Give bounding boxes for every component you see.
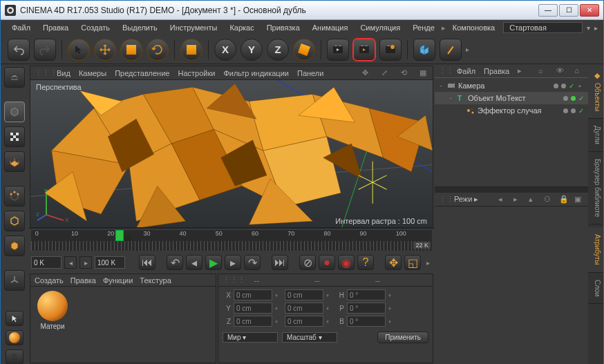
move-tool-button[interactable]	[94, 39, 116, 61]
range-prev-button[interactable]: ◂	[64, 256, 77, 269]
render-view-button[interactable]	[327, 39, 349, 61]
timeline-ruler[interactable]: 0 10 20 30 40 50 60 70 80 90 100 22	[31, 230, 432, 241]
workplane-mode-button[interactable]	[4, 151, 25, 172]
size-x-input[interactable]: 0 cm	[285, 289, 323, 300]
autokey-button[interactable]: ◉	[338, 255, 355, 270]
view-toggle-icon[interactable]: ▦	[417, 68, 428, 79]
axis-z-button[interactable]: Z	[267, 39, 289, 61]
keyframe-options-button[interactable]: ?	[357, 255, 374, 270]
obj-menu-edit[interactable]: Правка	[484, 67, 509, 75]
axis-y-button[interactable]: Y	[240, 39, 263, 61]
frame-start-input[interactable]: 0 K	[31, 256, 62, 269]
mat-menu-texture[interactable]: Текстура	[140, 276, 171, 285]
check-icon[interactable]: ✓	[578, 95, 585, 102]
side-tab-layers[interactable]: Слои	[588, 273, 603, 304]
prev-frame-button[interactable]: ◂	[186, 255, 202, 270]
material-preview-icon[interactable]	[6, 330, 23, 345]
playhead[interactable]: 22	[115, 230, 124, 241]
maximize-button[interactable]: ☐	[559, 4, 578, 17]
menu-file[interactable]: Файл	[6, 21, 36, 34]
tree-row-random[interactable]: Эффектор случая ✓	[435, 104, 588, 117]
mat-menu-edit[interactable]: Правка	[70, 276, 96, 285]
make-editable-button[interactable]	[4, 67, 25, 88]
stop-button[interactable]: ⊘	[299, 255, 316, 270]
obj-home-icon[interactable]: ⌂	[574, 66, 584, 76]
view-menu-panel[interactable]: Панели	[297, 69, 323, 77]
panel-divider[interactable]	[435, 187, 588, 193]
select-tool-button[interactable]	[68, 39, 90, 61]
tree-row-motext[interactable]: - T Объект МоТекст ✓	[435, 92, 588, 104]
prev-key-button[interactable]: ↶	[167, 255, 183, 270]
rot-p-input[interactable]: 0 °	[347, 303, 386, 314]
menu-select[interactable]: Выделить	[117, 21, 163, 34]
side-tab-attributes[interactable]: Атрибуты	[588, 227, 603, 272]
record-button[interactable]: ●	[319, 255, 335, 270]
render-settings-button[interactable]	[379, 39, 402, 61]
panel-grip-icon[interactable]: ⋮⋮⋮	[439, 66, 449, 75]
box-icon[interactable]: ▫	[578, 82, 585, 89]
menu-animate[interactable]: Анимация	[307, 21, 354, 34]
pen-tool-button[interactable]	[440, 39, 462, 61]
coord-space-dropdown[interactable]: Мир ▾	[223, 332, 278, 343]
polygons-mode-button[interactable]	[4, 236, 25, 256]
view-menu-display[interactable]: Представление	[115, 69, 169, 77]
attr-up-icon[interactable]: ▴	[529, 195, 538, 204]
axis-toggle-button[interactable]	[4, 270, 25, 291]
minimize-button[interactable]: —	[538, 4, 558, 17]
mat-menu-create[interactable]: Создать	[35, 276, 64, 285]
recent-tool-button[interactable]	[180, 39, 202, 61]
pos-y-input[interactable]: 0 cm	[234, 303, 272, 314]
timeline-range[interactable]: 22 K	[31, 241, 432, 251]
view-rotate-icon[interactable]: ⟲	[398, 68, 409, 79]
panel-grip-icon[interactable]: ⋮⋮⋮	[223, 276, 234, 285]
view-menu-options[interactable]: Настройки	[178, 69, 215, 77]
obj-search-icon[interactable]: ⌕	[538, 66, 548, 76]
attr-back-icon[interactable]: ◂	[498, 195, 508, 204]
obj-menu-file[interactable]: Файл	[457, 67, 475, 75]
menu-layout[interactable]: Компоновка	[447, 21, 500, 34]
attr-lock2-icon[interactable]: 🔒	[559, 195, 569, 204]
close-button[interactable]: ✕	[580, 4, 599, 17]
object-tree[interactable]: - Камера ✓ ▫ - T Объект МоТекст	[435, 78, 588, 186]
check-icon[interactable]: ✓	[578, 107, 585, 114]
scale-tool-button[interactable]	[120, 39, 142, 61]
view-menu-view[interactable]: Вид	[57, 69, 70, 77]
rot-b-input[interactable]: 0 °	[347, 316, 386, 327]
texture-mode-button[interactable]	[4, 126, 25, 147]
axis-x-button[interactable]: X	[214, 39, 236, 61]
key-position-button[interactable]: ✥	[385, 255, 402, 270]
coord-system-button[interactable]	[293, 39, 315, 61]
layout-dropdown[interactable]: Стартовая	[503, 22, 583, 33]
side-tab-objects[interactable]: ◆Объекты	[588, 64, 603, 119]
edges-mode-button[interactable]	[4, 211, 25, 231]
snap-toggle-icon[interactable]: S	[6, 349, 23, 364]
menu-snap[interactable]: Привязка	[261, 21, 305, 34]
render-picture-button[interactable]	[353, 39, 375, 61]
panel-grip-icon[interactable]: ⋮⋮⋮	[439, 195, 449, 204]
goto-start-button[interactable]: ⏮	[139, 255, 155, 270]
menu-edit[interactable]: Правка	[37, 21, 74, 34]
view-zoom-icon[interactable]: ⤢	[379, 68, 390, 79]
panel-grip-icon[interactable]: ⋮⋮⋮	[35, 68, 48, 77]
menu-overflow-icon[interactable]: ▸	[594, 24, 598, 32]
attr-new-icon[interactable]: ▣	[574, 195, 584, 204]
redo-button[interactable]	[34, 39, 56, 61]
rot-h-input[interactable]: 0 °	[347, 289, 386, 300]
apply-button[interactable]: Применить	[377, 332, 428, 343]
cursor-tool-icon[interactable]	[6, 311, 23, 326]
next-frame-button[interactable]: ▸	[225, 255, 241, 270]
undo-button[interactable]	[8, 39, 30, 61]
range-next-button[interactable]: ▸	[79, 256, 92, 269]
size-y-input[interactable]: 0 cm	[285, 303, 323, 314]
key-scale-button[interactable]: ◱	[404, 255, 421, 270]
goto-end-button[interactable]: ⏭	[272, 255, 288, 270]
points-mode-button[interactable]	[4, 186, 25, 207]
coord-mode-dropdown[interactable]: Масштаб ▾	[282, 332, 337, 343]
side-tab-takes[interactable]: Дугли	[588, 119, 603, 152]
side-tab-browser[interactable]: Браузер библиоте	[588, 152, 603, 224]
material-item[interactable]: Матери	[35, 291, 70, 330]
menu-render[interactable]: Ренде	[407, 21, 440, 34]
menu-simulate[interactable]: Симуляция	[355, 21, 406, 34]
attr-lock-icon[interactable]: ⚇	[544, 195, 554, 204]
mat-menu-function[interactable]: Функции	[103, 276, 133, 285]
